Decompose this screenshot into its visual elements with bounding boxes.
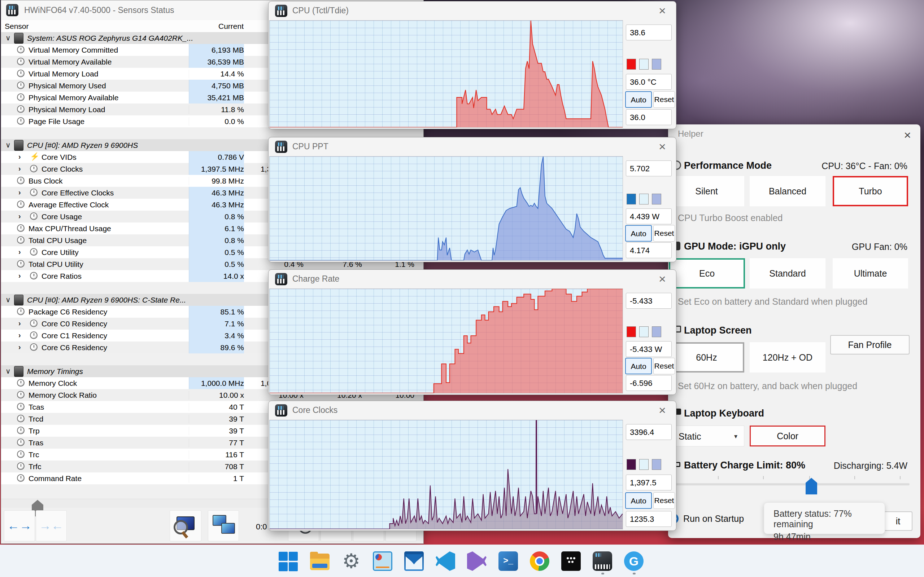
grid-color-swatch[interactable] <box>652 459 661 470</box>
keyboard-mode-dropdown[interactable]: Static▾ <box>669 425 744 446</box>
collapse-chevron-icon[interactable]: ∨ <box>5 34 11 42</box>
taskbar-vscode[interactable] <box>436 551 455 571</box>
graph-current-value: -5.433 W <box>626 341 672 357</box>
gpu-heading: GPU Mode: iGPU only <box>684 241 786 252</box>
auto-fit-button[interactable]: Auto Fit <box>625 225 652 242</box>
reset-button[interactable]: Reset <box>653 358 675 374</box>
graph-side-panel: 38.636.0 °CAuto FitReset36.0 <box>623 20 676 129</box>
auto-fit-button[interactable]: Auto Fit <box>625 91 652 108</box>
gpu-ultimate-button[interactable]: Ultimate <box>833 258 908 288</box>
expand-chevron-icon[interactable]: › <box>18 248 21 256</box>
close-icon[interactable]: × <box>655 272 670 286</box>
expand-chevron-icon[interactable]: › <box>18 212 21 220</box>
expand-chevron-icon[interactable]: › <box>18 188 21 197</box>
sensor-label: Memory Clock <box>29 379 77 388</box>
sensor-label: Package C6 Residency <box>29 308 107 316</box>
taskbar-chrome[interactable] <box>530 551 549 571</box>
background-color-swatch[interactable] <box>639 326 649 337</box>
taskbar-file-explorer[interactable] <box>310 551 330 571</box>
battery-limit-slider[interactable] <box>669 483 909 485</box>
close-icon[interactable]: × <box>655 3 670 18</box>
series-color-swatch[interactable] <box>627 59 636 69</box>
slider-thumb[interactable] <box>806 478 817 495</box>
expand-chevron-icon[interactable]: › <box>18 153 21 161</box>
quit-button-fragment[interactable]: it <box>884 511 913 531</box>
close-icon[interactable]: × <box>904 128 911 142</box>
mode-silent-button[interactable]: Silent <box>669 176 744 206</box>
auto-fit-button[interactable]: Auto Fit <box>625 358 652 374</box>
close-icon[interactable]: × <box>655 140 670 154</box>
taskbar-hwinfo-monitor[interactable] <box>373 551 393 571</box>
expand-chevron-icon[interactable]: › <box>18 343 21 351</box>
collapse-chevron-icon[interactable]: ∨ <box>5 295 11 304</box>
clock-icon <box>17 438 24 446</box>
sensor-current-value: 3.4 % <box>189 330 244 342</box>
expand-chevron-icon[interactable]: › <box>18 319 21 327</box>
powershell-icon: >_ <box>498 551 518 571</box>
graph-titlebar[interactable]: CPU (Tctl/Tdie)× <box>268 2 676 20</box>
taskbar: ⚙ >_ G ∧ G ENG 23:48 23-Feb-23 1 <box>0 545 924 577</box>
chrome-icon <box>530 551 549 571</box>
refresh-60hz-button[interactable]: 60Hz <box>669 342 744 372</box>
start-button[interactable] <box>279 551 298 571</box>
reset-button[interactable]: Reset <box>653 91 675 108</box>
collapse-chevron-icon[interactable]: ∨ <box>5 141 11 149</box>
expand-columns-button[interactable]: ←→ <box>4 510 35 541</box>
graph-titlebar[interactable]: Core Clocks× <box>268 401 676 420</box>
mode-balanced-button[interactable]: Balanced <box>750 176 825 206</box>
graph-titlebar[interactable]: CPU PPT× <box>268 137 676 156</box>
mode-turbo-button[interactable]: Turbo <box>833 176 908 206</box>
series-color-swatch[interactable] <box>627 193 636 205</box>
clock-icon <box>17 236 24 244</box>
graph-plot-area <box>269 420 623 529</box>
taskbar-ghelper[interactable]: G <box>624 551 643 571</box>
hwinfo-app-icon <box>6 4 18 16</box>
sensor-label: Max CPU/Thread Usage <box>29 224 111 233</box>
background-color-swatch[interactable] <box>639 59 649 69</box>
gpu-eco-button[interactable]: Eco <box>669 258 745 288</box>
auto-fit-button[interactable]: Auto Fit <box>625 492 652 509</box>
taskbar-visual-studio[interactable] <box>467 551 486 571</box>
sensor-current-value: 4,750 MB <box>189 80 244 92</box>
graph-titlebar[interactable]: Charge Rate× <box>268 270 676 288</box>
expand-chevron-icon[interactable]: › <box>18 331 21 339</box>
reset-button[interactable]: Reset <box>653 225 675 242</box>
clock-icon <box>17 427 24 434</box>
graph-title: CPU (Tctl/Tdie) <box>292 6 349 16</box>
taskbar-powershell[interactable]: >_ <box>498 551 518 571</box>
column-current[interactable]: Current <box>189 22 244 31</box>
collapse-chevron-icon[interactable]: ∨ <box>5 367 11 376</box>
reset-button[interactable]: Reset <box>653 492 675 509</box>
clock-icon <box>17 260 24 268</box>
remote-monitors-button[interactable] <box>208 510 239 541</box>
background-color-swatch[interactable] <box>639 193 649 205</box>
clock-icon <box>17 450 24 458</box>
taskbar-hwinfo[interactable] <box>593 551 612 571</box>
collapse-columns-button[interactable]: →← <box>36 510 67 541</box>
expand-chevron-icon[interactable]: › <box>18 164 21 173</box>
grid-color-swatch[interactable] <box>652 193 661 205</box>
taskbar-mail[interactable] <box>404 551 424 571</box>
slider-tick <box>718 476 719 479</box>
series-color-swatch[interactable] <box>627 459 636 470</box>
gpu-standard-button[interactable]: Standard <box>750 258 825 288</box>
graph-title: Core Clocks <box>292 405 338 415</box>
clock-icon <box>17 462 24 470</box>
close-icon[interactable]: × <box>655 403 670 417</box>
series-color-swatch[interactable] <box>627 326 636 337</box>
graph-buttons: Auto FitReset <box>625 225 675 242</box>
fan-profile-button[interactable]: Fan Profile <box>830 335 909 355</box>
expand-chevron-icon[interactable]: › <box>18 272 21 280</box>
taskbar-remote-display[interactable] <box>561 551 581 571</box>
grid-color-swatch[interactable] <box>652 59 661 69</box>
background-color-swatch[interactable] <box>639 459 649 470</box>
graph-buttons: Auto FitReset <box>625 91 675 108</box>
screen-magnifier-button[interactable] <box>170 510 201 541</box>
keyboard-color-button[interactable]: Color <box>750 425 825 446</box>
column-sensor[interactable]: Sensor <box>5 22 29 31</box>
refresh-120hz-button[interactable]: 120Hz + OD <box>750 342 825 372</box>
sensor-current-value: 46.3 MHz <box>189 187 244 199</box>
graph-min-value: 1235.3 <box>626 511 672 527</box>
taskbar-settings[interactable]: ⚙ <box>341 551 361 571</box>
grid-color-swatch[interactable] <box>652 326 661 337</box>
